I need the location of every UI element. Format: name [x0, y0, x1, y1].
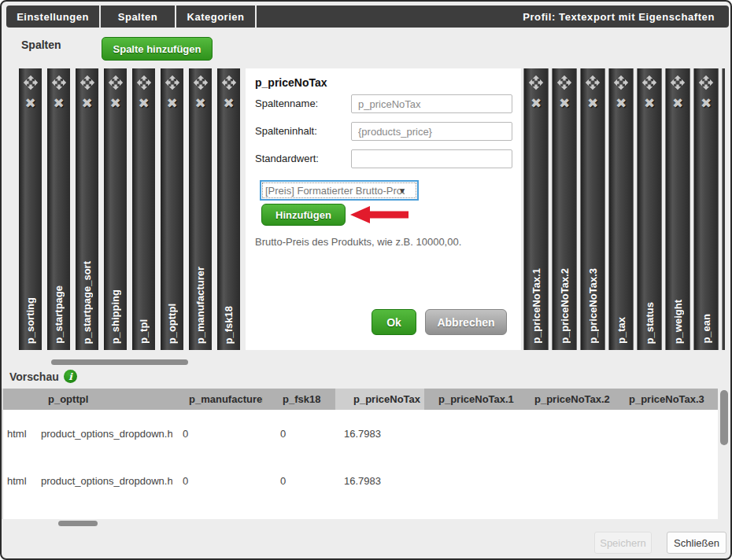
- preview-table: p_opttpl p_manufacturer p_fsk18 p_priceN…: [2, 389, 732, 519]
- close-button[interactable]: Schließen: [667, 532, 726, 554]
- cell: html: [3, 457, 35, 504]
- remove-icon[interactable]: ✖: [81, 97, 92, 110]
- profile-label: Profil: Textexport mit Eigenschaften: [523, 6, 729, 28]
- column-label: p_fsk18: [223, 306, 235, 344]
- table-row: html product_options_dropdown.html 0 0 1…: [3, 410, 732, 457]
- remove-icon[interactable]: ✖: [138, 97, 149, 110]
- red-arrow-annotation: [349, 204, 410, 225]
- remove-icon[interactable]: ✖: [531, 97, 542, 110]
- remove-icon[interactable]: ✖: [644, 97, 655, 110]
- table-horizontal-scrollbar[interactable]: [58, 521, 98, 526]
- remove-icon[interactable]: ✖: [223, 97, 234, 110]
- column-p-tpl[interactable]: ✖ p_tpl: [132, 68, 155, 350]
- section-title-spalten: Spalten: [21, 39, 61, 51]
- add-column-button[interactable]: Spalte hinzufügen: [102, 37, 213, 61]
- column-p-shipping[interactable]: ✖ p_shipping: [104, 68, 127, 350]
- remove-icon[interactable]: ✖: [587, 97, 598, 110]
- remove-icon[interactable]: ✖: [194, 97, 205, 110]
- column-label: p_priceNoTax.1: [531, 268, 542, 344]
- move-icon[interactable]: [79, 75, 95, 90]
- save-button[interactable]: Speichern: [594, 532, 652, 554]
- cell: 0: [263, 410, 335, 457]
- move-icon[interactable]: [585, 75, 601, 90]
- column-p-tax[interactable]: ✖ p_tax: [608, 68, 634, 350]
- remove-icon[interactable]: ✖: [559, 97, 570, 110]
- selected-option: [Preis] Formatierter Brutto-Produkt: [261, 185, 405, 197]
- cell: 16.7983: [335, 457, 424, 504]
- tab-einstellungen[interactable]: Einstellungen: [6, 6, 101, 28]
- column-p-opttpl[interactable]: ✖ p_opttpl: [161, 68, 183, 350]
- tab-spalten[interactable]: Spalten: [101, 6, 176, 28]
- cell: [613, 457, 718, 504]
- remove-icon[interactable]: ✖: [53, 97, 64, 110]
- move-icon[interactable]: [613, 75, 629, 90]
- column-partial: [722, 68, 725, 350]
- move-icon[interactable]: [528, 75, 544, 90]
- move-icon[interactable]: [641, 75, 657, 90]
- header-cell-p-pricenotax-1: p_priceNoTax.1: [424, 389, 519, 410]
- move-icon[interactable]: [670, 75, 686, 90]
- table-vertical-scrollbar[interactable]: [720, 390, 728, 445]
- move-icon[interactable]: [556, 75, 572, 90]
- move-icon[interactable]: [136, 75, 152, 90]
- remove-icon[interactable]: ✖: [166, 97, 177, 110]
- remove-icon[interactable]: ✖: [701, 97, 712, 110]
- field-label-standardwert: Standardwert:: [255, 153, 319, 164]
- cell: 0: [263, 457, 335, 504]
- column-p-sorting[interactable]: ✖ p_sorting: [19, 68, 42, 350]
- remove-icon[interactable]: ✖: [24, 97, 35, 110]
- header-cell-p-fsk18: p_fsk18: [263, 389, 335, 410]
- move-icon[interactable]: [165, 75, 180, 90]
- move-icon[interactable]: [23, 75, 39, 90]
- column-p-status[interactable]: ✖ p_status: [637, 68, 662, 350]
- column-p-ean[interactable]: ✖ p_ean: [693, 68, 719, 350]
- header-cell-p-manufacturer: p_manufacturer: [172, 389, 263, 410]
- column-p-pricenotax-2[interactable]: ✖ p_priceNoTax.2: [552, 68, 577, 350]
- column-edit-dialog: p_priceNoTax Spaltenname: Spalteninhalt:…: [246, 68, 521, 350]
- preview-title: Vorschau: [9, 370, 59, 383]
- column-label: p_tax: [616, 317, 627, 344]
- cell: [424, 457, 519, 504]
- chevron-down-icon: ▼: [398, 186, 406, 195]
- column-label: p_shipping: [109, 289, 121, 344]
- ok-button[interactable]: Ok: [372, 309, 416, 335]
- column-p-pricenotax-1[interactable]: ✖ p_priceNoTax.1: [523, 68, 549, 350]
- hinzufuegen-button[interactable]: Hinzufügen: [261, 204, 346, 226]
- column-p-manufacturer[interactable]: ✖ p_manufacturer: [189, 68, 212, 350]
- field-label-spaltenname: Spaltenname:: [255, 98, 318, 109]
- columns-horizontal-scrollbar[interactable]: [51, 359, 188, 365]
- columns-area: ✖ p_sorting ✖ p_startpage ✖ p_startpage_…: [2, 68, 732, 350]
- header-cell-p-opttpl: p_opttpl: [35, 389, 172, 410]
- column-p-startpage-sort[interactable]: ✖ p_startpage_sort: [76, 68, 98, 350]
- tab-kategorien[interactable]: Kategorien: [176, 6, 257, 28]
- column-label: p_opttpl: [166, 304, 178, 344]
- spaltenname-input[interactable]: [351, 94, 512, 113]
- column-label: p_ean: [701, 314, 712, 344]
- remove-icon[interactable]: ✖: [672, 97, 683, 110]
- remove-icon[interactable]: ✖: [616, 97, 627, 110]
- move-icon[interactable]: [193, 75, 209, 90]
- header-cell-p-pricenotax-2: p_priceNoTax.2: [519, 389, 613, 410]
- spalteninhalt-input[interactable]: [351, 122, 512, 141]
- move-icon[interactable]: [698, 75, 714, 90]
- column-label: p_tpl: [138, 319, 150, 344]
- move-icon[interactable]: [108, 75, 124, 90]
- standardwert-input[interactable]: [351, 149, 512, 168]
- info-icon[interactable]: i: [64, 370, 77, 383]
- content-type-select[interactable]: [Preis] Formatierter Brutto-Produkt ▼: [260, 180, 419, 201]
- cell: 0: [172, 457, 263, 504]
- move-icon[interactable]: [221, 75, 237, 90]
- app-window: Einstellungen Spalten Kategorien Profil:…: [0, 0, 732, 560]
- column-p-pricenotax-3[interactable]: ✖ p_priceNoTax.3: [580, 68, 605, 350]
- column-label: p_sorting: [24, 297, 36, 344]
- move-icon[interactable]: [51, 75, 67, 90]
- column-label: p_startpage: [53, 286, 65, 344]
- field-label-spalteninhalt: Spalteninhalt:: [255, 125, 317, 137]
- column-group-left: ✖ p_sorting ✖ p_startpage ✖ p_startpage_…: [19, 68, 240, 350]
- cancel-button[interactable]: Abbrechen: [425, 309, 507, 335]
- column-p-weight[interactable]: ✖ p_weight: [665, 68, 690, 350]
- column-label: p_priceNoTax.2: [559, 268, 571, 344]
- column-p-startpage[interactable]: ✖ p_startpage: [47, 68, 70, 350]
- remove-icon[interactable]: ✖: [109, 97, 120, 110]
- column-p-fsk18[interactable]: ✖ p_fsk18: [217, 68, 240, 350]
